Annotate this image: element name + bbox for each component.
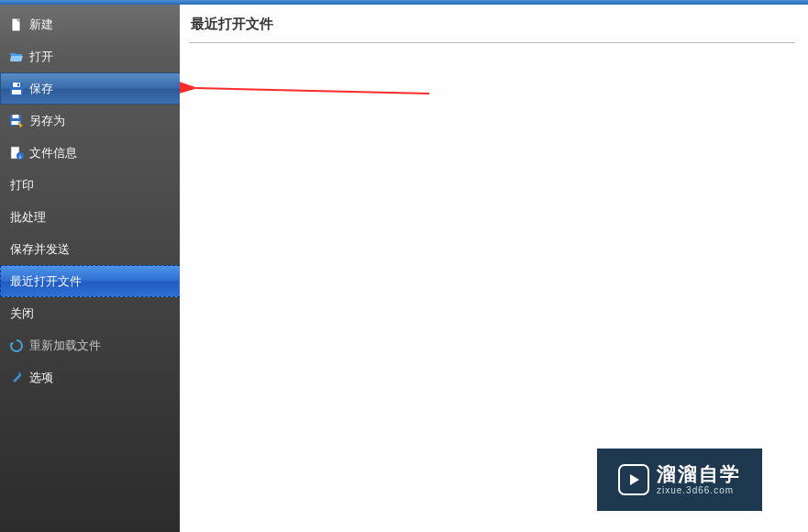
menu-item-label: 保存 — [29, 81, 53, 97]
menu-item-label: 另存为 — [29, 113, 65, 129]
content-divider — [189, 42, 795, 43]
menu-item-save[interactable]: 保存 — [0, 72, 180, 105]
menu-item-saveas[interactable]: 另存为 — [0, 105, 180, 137]
wrench-icon — [9, 371, 24, 385]
menu-item-fileinfo[interactable]: i文件信息 — [0, 137, 180, 169]
svg-rect-4 — [17, 83, 19, 86]
menu-item-batch[interactable]: 批处理 — [0, 201, 180, 233]
content-panel: 最近打开文件 溜溜自学 zixue.3d66.com — [180, 5, 808, 532]
menu-item-open[interactable]: 打开 — [0, 40, 180, 72]
menu-item-label: 文件信息 — [29, 145, 77, 161]
watermark-text-1: 溜溜自学 — [657, 463, 741, 485]
menu-item-label: 打印 — [10, 177, 34, 194]
menu-item-reload[interactable]: 重新加载文件 — [0, 329, 180, 361]
file-menu-sidebar: 新建打开保存另存为i文件信息打印批处理保存并发送最近打开文件关闭重新加载文件选项 — [0, 5, 180, 532]
save-icon — [9, 82, 24, 96]
reload-icon — [9, 338, 24, 353]
menu-item-savesend[interactable]: 保存并发送 — [0, 233, 180, 265]
play-icon — [618, 464, 649, 495]
menu-item-label: 重新加载文件 — [29, 338, 101, 354]
save-as-icon — [9, 114, 24, 128]
annotation-arrow — [180, 73, 437, 110]
svg-marker-15 — [630, 474, 639, 485]
info-icon: i — [9, 146, 24, 161]
menu-item-label: 新建 — [29, 17, 53, 33]
menu-item-label: 批处理 — [10, 209, 46, 226]
menu-item-options[interactable]: 选项 — [0, 361, 180, 393]
file-new-icon — [9, 17, 24, 32]
menu-item-label: 最近打开文件 — [10, 273, 82, 290]
menu-item-new[interactable]: 新建 — [0, 8, 180, 40]
menu-item-label: 保存并发送 — [10, 241, 70, 258]
menu-item-label: 选项 — [29, 370, 53, 386]
app-container: 新建打开保存另存为i文件信息打印批处理保存并发送最近打开文件关闭重新加载文件选项… — [0, 5, 808, 532]
menu-item-label: 打开 — [29, 49, 53, 65]
menu-item-recent[interactable]: 最近打开文件 — [0, 265, 180, 297]
menu-item-label: 关闭 — [10, 305, 34, 322]
watermark-text-2: zixue.3d66.com — [657, 485, 741, 496]
svg-rect-7 — [13, 115, 19, 118]
content-title: 最近打开文件 — [189, 16, 808, 33]
svg-line-14 — [196, 88, 429, 94]
menu-item-print[interactable]: 打印 — [0, 169, 180, 201]
menu-item-close[interactable]: 关闭 — [0, 297, 180, 329]
folder-open-icon — [9, 50, 24, 64]
watermark-badge: 溜溜自学 zixue.3d66.com — [597, 449, 762, 511]
svg-rect-5 — [12, 90, 21, 94]
